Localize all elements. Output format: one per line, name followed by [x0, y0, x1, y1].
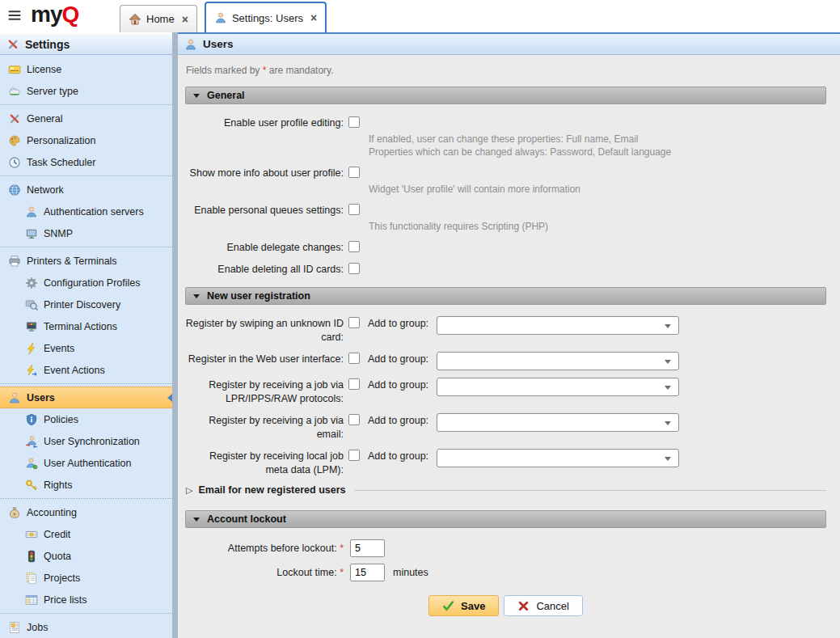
sidebar-item-snmp[interactable]: SNMP	[0, 222, 172, 244]
chevron-down-icon	[665, 360, 671, 364]
registration-rows: Register by swiping an unknown ID card:A…	[185, 316, 826, 477]
sidebar-item-user-synchronization[interactable]: User Synchronization	[0, 430, 172, 452]
form-row: Register by receiving a job via email:Ad…	[185, 413, 826, 442]
divider-line	[354, 490, 826, 491]
sidebar-item-license[interactable]: License	[0, 58, 172, 80]
menu-icon[interactable]	[8, 9, 21, 22]
register-lpm-group-select[interactable]	[437, 449, 679, 467]
sidebar-item-terminal-actions[interactable]: Terminal Actions	[0, 315, 172, 337]
sidebar-item-rights[interactable]: Rights	[0, 474, 172, 496]
form-row: Enable user profile editing: If enabled,…	[185, 116, 826, 158]
sidebar-item-projects[interactable]: Projects	[0, 567, 172, 589]
register-unknown-id-card-checkbox[interactable]	[348, 317, 360, 328]
enable-deleting-id-cards-checkbox[interactable]	[348, 263, 360, 274]
form-row: Register by receiving a job via LPR/IPPS…	[185, 378, 826, 406]
sidebar-item-printer-discovery[interactable]: Printer Discovery	[0, 294, 172, 315]
register-web-interface-checkbox[interactable]	[348, 353, 360, 364]
field-label: Enable deleting all ID cards:	[185, 262, 344, 277]
sidebar-item-events[interactable]: Events	[0, 337, 172, 359]
subsection-title: Email for new registered users	[198, 484, 345, 496]
sidebar-item-label: Jobs	[27, 622, 48, 633]
tab-home[interactable]: Home ×	[120, 5, 197, 32]
sidebar-item-configuration-profiles[interactable]: Configuration Profiles	[0, 272, 172, 294]
chevron-down-icon	[665, 457, 671, 461]
lightning-arrow-icon	[25, 364, 38, 377]
attempts-before-lockout-input[interactable]	[350, 539, 385, 557]
sidebar-item-credit[interactable]: Credit	[0, 523, 172, 545]
sidebar-item-label: Personalization	[27, 135, 95, 146]
myq-logo: myQ	[31, 2, 78, 27]
save-button[interactable]: Save	[428, 595, 499, 616]
sidebar-item-task-scheduler[interactable]: Task Scheduler	[0, 151, 172, 173]
close-icon[interactable]: ×	[182, 14, 188, 25]
sidebar-item-label: Rights	[44, 480, 72, 491]
traffic-light-icon	[25, 550, 38, 563]
section-title: Account lockout	[207, 513, 286, 525]
sidebar-item-label: Policies	[44, 414, 78, 425]
section-title: General	[207, 90, 245, 101]
register-lpr-ipps-raw-group-select[interactable]	[437, 378, 679, 396]
show-more-info-checkbox[interactable]	[348, 167, 360, 178]
check-icon	[442, 600, 454, 612]
register-lpm-checkbox[interactable]	[348, 450, 360, 461]
form-row: Lockout time: * minutes	[185, 564, 826, 581]
printer-search-icon	[25, 298, 38, 311]
user-auth-icon	[25, 457, 38, 470]
enable-personal-queues-checkbox[interactable]	[348, 204, 360, 215]
sidebar-item-label: Configuration Profiles	[44, 277, 141, 289]
lightning-icon	[25, 342, 38, 355]
register-email-checkbox[interactable]	[348, 414, 360, 425]
shield-icon	[25, 413, 38, 426]
user-icon	[184, 38, 197, 51]
chevron-down-icon	[665, 324, 671, 328]
section-new-user-registration[interactable]: New user registration	[185, 287, 826, 305]
section-account-lockout[interactable]: Account lockout	[185, 510, 826, 528]
sidebar-item-price-lists[interactable]: Price lists	[0, 589, 172, 611]
register-lpr-ipps-raw-checkbox[interactable]	[348, 378, 360, 390]
register-web-interface-group-select[interactable]	[437, 352, 679, 370]
settings-form: Fields marked by * are mandatory. Genera…	[178, 55, 840, 638]
sidebar-item-quota[interactable]: Quota	[0, 545, 172, 567]
help-text: This functionality requires Scripting (P…	[369, 220, 826, 233]
sidebar-item-jobs[interactable]: Jobs	[0, 616, 172, 638]
page-title-label: Users	[203, 38, 234, 50]
sidebar-separator	[0, 383, 172, 384]
sidebar-item-event-actions[interactable]: Event Actions	[0, 359, 172, 381]
monitor-icon	[25, 227, 38, 240]
email-for-new-registered-users-section[interactable]: ▷ Email for new registered users	[186, 484, 826, 496]
sidebar-separator	[0, 613, 172, 614]
page-title: Users	[178, 32, 840, 55]
moneybag-icon	[8, 506, 21, 519]
user-icon	[214, 11, 227, 24]
table-icon	[25, 594, 38, 606]
cross-icon	[517, 600, 530, 612]
close-icon[interactable]: ×	[310, 12, 317, 23]
section-general[interactable]: General	[185, 87, 826, 104]
enable-delegate-changes-checkbox[interactable]	[348, 241, 360, 252]
sidebar-item-authentication-servers[interactable]: Authentication servers	[0, 201, 172, 222]
sidebar-item-label: Authentication servers	[44, 206, 144, 218]
field-label: Enable personal queues settings:	[185, 203, 344, 218]
sidebar-item-general[interactable]: General	[0, 108, 172, 129]
settings-sidebar: Settings LicenseServer typeGeneralPerson…	[0, 32, 172, 638]
lockout-time-input[interactable]	[350, 564, 385, 581]
sidebar-item-personalization[interactable]: Personalization	[0, 129, 172, 151]
sidebar-item-printers-terminals[interactable]: Printers & Terminals	[0, 250, 172, 272]
panel-divider[interactable]	[172, 32, 178, 638]
sidebar-item-label: Events	[44, 343, 74, 354]
sidebar-item-policies[interactable]: Policies	[0, 408, 172, 430]
register-email-group-select[interactable]	[437, 413, 679, 432]
sidebar-item-user-authentication[interactable]: User Authentication	[0, 452, 172, 474]
sidebar-item-users[interactable]: Users	[0, 387, 172, 408]
sidebar-item-accounting[interactable]: Accounting	[0, 501, 172, 523]
form-row: Show more info about user profile: Widge…	[185, 166, 826, 196]
tab-settings-users[interactable]: Settings: Users ×	[205, 2, 327, 32]
sidebar-item-server-type[interactable]: Server type	[0, 80, 172, 102]
form-row: Enable delegate changes:	[185, 240, 826, 255]
cancel-button[interactable]: Cancel	[504, 595, 582, 616]
sidebar-item-network[interactable]: Network	[0, 179, 172, 201]
field-label: Show more info about user profile:	[185, 166, 344, 180]
register-unknown-id-card-group-select[interactable]	[437, 316, 679, 335]
terminal-icon	[25, 320, 38, 333]
enable-user-profile-editing-checkbox[interactable]	[348, 116, 360, 128]
